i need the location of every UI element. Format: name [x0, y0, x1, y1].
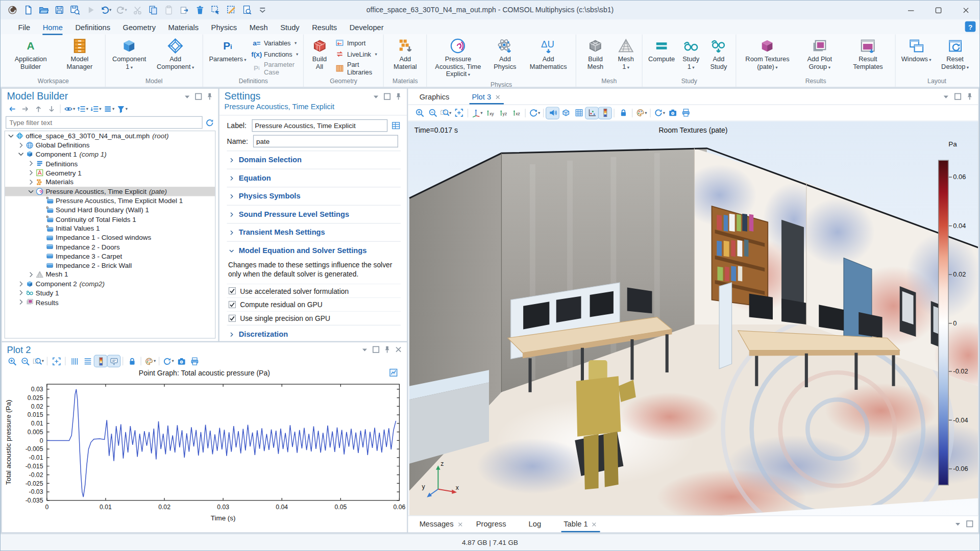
lock-axes-button[interactable] [126, 356, 138, 367]
open-file-button[interactable] [36, 3, 51, 17]
panel-float-button[interactable] [953, 92, 962, 101]
settings-section-header[interactable]: Equation [227, 169, 400, 187]
sep[interactable] [65, 357, 65, 365]
rename-table-icon[interactable] [391, 120, 401, 131]
menu-developer[interactable]: Developer [343, 21, 389, 35]
tooltip-button[interactable] [108, 356, 120, 367]
settings-section-header[interactable]: Domain Selection [227, 151, 400, 169]
sep[interactable] [632, 108, 632, 117]
tree-item[interactable]: Impedance 1 - Closed windows [5, 233, 215, 242]
tree-chevron-icon[interactable] [27, 169, 35, 177]
tab-close-icon[interactable] [591, 521, 598, 528]
tree-chevron-icon[interactable] [37, 261, 45, 269]
import-button[interactable]: Import [333, 38, 380, 47]
run-button[interactable] [83, 3, 97, 17]
snapshot-button[interactable] [175, 356, 187, 367]
tree-item[interactable]: Definitions [5, 159, 215, 168]
checkbox-row[interactable]: Use accelerated solver formulation [227, 284, 400, 297]
minimize-button[interactable] [897, 1, 924, 19]
panel-float-button[interactable] [965, 519, 974, 529]
tab-messages[interactable]: Messages [413, 517, 470, 532]
tab-graphics[interactable]: Graphics [413, 90, 465, 104]
customize-toolbar-button[interactable] [254, 3, 269, 17]
zoom-in-button[interactable] [6, 356, 18, 367]
color-legend-button[interactable] [599, 107, 611, 118]
variables-button[interactable]: a=Variables▾ [250, 38, 300, 47]
model-tree-nodes-button[interactable]: ▾ [103, 103, 115, 114]
component-1-button[interactable]: Component 1▾ [108, 36, 150, 72]
sep[interactable] [468, 108, 468, 117]
tree-chevron-icon[interactable] [37, 243, 45, 251]
new-file-button[interactable] [20, 3, 35, 17]
zoom-box-button[interactable]: ▾ [32, 356, 44, 367]
select-box-button[interactable] [208, 3, 223, 17]
tree-item[interactable]: Component 2 (comp2) [5, 279, 215, 288]
view-xz-button[interactable]: xz [510, 107, 522, 118]
zoom-extents-button[interactable] [50, 356, 62, 367]
clear-selection-button[interactable] [223, 3, 238, 17]
settings-section-header[interactable]: Transient Mesh Settings [227, 223, 400, 241]
delete-button[interactable] [192, 3, 207, 17]
sep[interactable] [122, 357, 123, 365]
snapshot-button[interactable] [666, 107, 678, 118]
menu-file[interactable]: File [12, 21, 36, 35]
tree-chevron-icon[interactable] [27, 160, 35, 168]
sep[interactable] [141, 357, 141, 365]
tab-plot-3[interactable]: Plot 3 [465, 90, 507, 104]
tree-item[interactable]: Pressure Acoustics, Time Explicit (pate) [5, 187, 215, 196]
zoom-extents-button[interactable] [453, 107, 465, 118]
tree-item[interactable]: Geometry 1 [5, 168, 215, 178]
tree-item[interactable]: Impedance 2 - Brick Wall [5, 261, 215, 270]
tab-close-icon[interactable] [453, 93, 459, 100]
parameters-button[interactable]: PiParameters▾ [207, 36, 249, 64]
view-xy-button[interactable]: xy [484, 107, 496, 118]
sep[interactable] [650, 108, 650, 117]
settings-section-header[interactable]: Sound Pressure Level Settings [227, 205, 400, 223]
find-button[interactable] [239, 3, 254, 17]
refresh-icon[interactable] [205, 118, 214, 127]
default-view-button[interactable]: ▾ [471, 107, 483, 118]
checkbox-checked-icon[interactable] [228, 287, 236, 295]
tree-back-button[interactable] [6, 103, 18, 114]
tree-chevron-icon[interactable] [37, 234, 45, 242]
room-acoustics-3d-scene[interactable] [408, 121, 978, 516]
panel-menu-button[interactable] [360, 345, 369, 354]
part-libraries-button[interactable]: Part Libraries [333, 61, 380, 76]
tree-chevron-icon[interactable] [37, 196, 45, 205]
grid-button[interactable] [573, 107, 585, 118]
build-mesh-button[interactable]: Build Mesh [579, 36, 611, 72]
show-button[interactable]: ▾ [63, 103, 76, 114]
build-all-button[interactable]: Build All [307, 36, 332, 72]
label-input[interactable] [252, 119, 387, 132]
panel-float-button[interactable] [382, 91, 391, 101]
parameter-case-button[interactable]: PiParameter Case [250, 61, 300, 76]
menu-home[interactable]: Home [36, 21, 69, 35]
tree-move-up-button[interactable] [32, 103, 44, 114]
save-as-button[interactable] [67, 3, 82, 17]
tree-item[interactable]: Impedance 2 - Doors [5, 242, 215, 252]
tree-chevron-icon[interactable] [37, 252, 45, 260]
add-material-button[interactable]: Add Material [387, 36, 423, 72]
scene-refresh-button[interactable]: ▾ [653, 107, 666, 118]
zoom-out-button[interactable] [426, 107, 438, 118]
study-1-button[interactable]: Study 1▾ [679, 36, 703, 72]
color-theme-button[interactable]: ▾ [144, 356, 156, 367]
add-study-button[interactable]: Add Study [704, 36, 732, 72]
undo-button[interactable]: ▾ [98, 3, 113, 17]
tab-close-icon[interactable] [509, 521, 516, 528]
add-physics-button[interactable]: Add Physics [487, 36, 523, 72]
panel-menu-button[interactable] [953, 519, 962, 529]
windows-button[interactable]: Windows▾ [899, 36, 934, 64]
redo-button[interactable]: ▾ [114, 3, 129, 17]
help-button[interactable]: ? [965, 21, 976, 32]
maximize-button[interactable] [924, 1, 952, 19]
checkbox-checked-icon[interactable] [228, 314, 236, 322]
model-manager-button[interactable]: Model Manager [58, 36, 102, 72]
tab-close-icon[interactable] [457, 521, 463, 528]
tree-forward-button[interactable] [19, 103, 31, 114]
tree-chevron-icon[interactable] [37, 224, 45, 232]
add-plot-group-button[interactable]: Add Plot Group▾ [796, 36, 843, 72]
checkbox-checked-icon[interactable] [228, 300, 236, 309]
room-textures-button[interactable]: Room Textures (pate)▾ [740, 36, 795, 72]
print-button[interactable] [679, 107, 692, 118]
